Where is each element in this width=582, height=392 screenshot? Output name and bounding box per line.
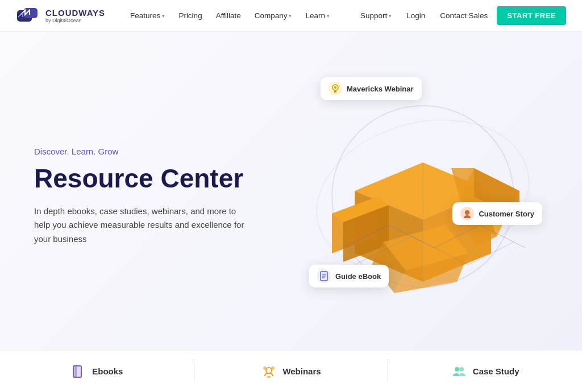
hero-section: Discover. Learn. Grow Resource Center In… (0, 32, 582, 350)
svg-point-30 (263, 366, 267, 370)
guide-label: Guide eBook (335, 272, 381, 281)
case-study-item[interactable]: Case Study (388, 364, 582, 380)
nav-features[interactable]: Features ▾ (124, 9, 171, 22)
hero-description: In depth ebooks, case studies, webinars,… (34, 205, 250, 247)
customer-story-card: Customer Story (452, 202, 542, 225)
case-study-label: Case Study (473, 366, 519, 376)
chevron-down-icon: ▾ (389, 13, 392, 19)
svg-point-29 (271, 366, 275, 370)
webinars-label: Webinars (282, 366, 321, 376)
mavericks-label: Mavericks Webinar (347, 85, 414, 93)
svg-point-18 (334, 86, 336, 89)
nav-learn[interactable]: Learn ▾ (300, 9, 335, 22)
svg-point-33 (459, 367, 464, 372)
hero-content: Discover. Learn. Grow Resource Center In… (34, 147, 250, 247)
start-free-button[interactable]: START FREE (497, 6, 566, 25)
svg-point-32 (455, 367, 459, 372)
hero-tagline: Discover. Learn. Grow (34, 147, 250, 156)
svg-point-28 (266, 368, 272, 373)
nav-pricing[interactable]: Pricing (173, 9, 207, 22)
customer-label: Customer Story (479, 210, 534, 218)
ebooks-label: Ebooks (92, 366, 123, 376)
webinars-item[interactable]: Webinars (194, 364, 388, 380)
mavericks-webinar-card: Mavericks Webinar (321, 77, 422, 100)
logo-sub: by DigitalOcean (45, 18, 105, 23)
hero-title: Resource Center (34, 164, 250, 193)
ebooks-icon (70, 364, 86, 380)
contact-sales-button[interactable]: Contact Sales (434, 9, 493, 22)
customer-icon (460, 207, 474, 220)
nav-right: Support ▾ Login Contact Sales START FREE (355, 6, 566, 25)
hero-illustration: Mavericks Webinar Customer Story Guide e… (286, 60, 548, 333)
nav-support[interactable]: Support ▾ (355, 9, 397, 22)
svg-point-20 (465, 210, 469, 215)
chevron-down-icon: ▾ (162, 13, 165, 19)
ebooks-item[interactable]: Ebooks (0, 364, 194, 380)
svg-rect-19 (334, 90, 336, 93)
navbar: CLOUDWAYS by DigitalOcean Features ▾ Pri… (0, 0, 582, 32)
guide-icon (317, 269, 331, 283)
nav-left: Features ▾ Pricing Affiliate Company ▾ L… (124, 9, 335, 22)
svg-rect-31 (267, 376, 271, 378)
svg-rect-27 (74, 366, 77, 377)
nav-affiliate[interactable]: Affiliate (210, 9, 247, 22)
nav-company[interactable]: Company ▾ (249, 9, 298, 22)
chevron-down-icon: ▾ (327, 13, 330, 19)
guide-ebook-card: Guide eBook (309, 265, 389, 287)
login-button[interactable]: Login (401, 9, 431, 22)
mavericks-icon (329, 82, 342, 95)
case-study-icon (451, 364, 467, 380)
logo[interactable]: CLOUDWAYS by DigitalOcean (16, 6, 105, 26)
bottom-bar: Ebooks Webinars Case Study (0, 350, 582, 392)
chevron-down-icon: ▾ (289, 13, 292, 19)
webinars-icon (261, 364, 277, 380)
logo-name: CLOUDWAYS (45, 8, 105, 18)
